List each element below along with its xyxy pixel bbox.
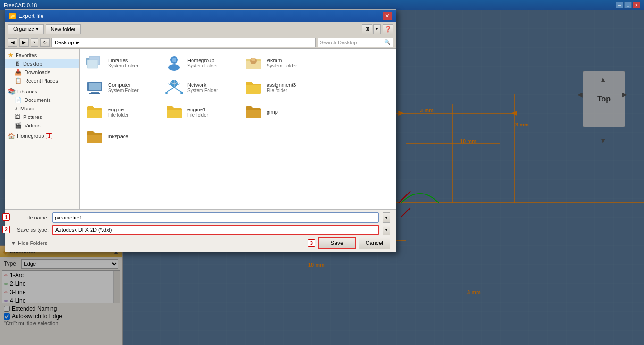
sidebar-item-documents[interactable]: 📄 Documents <box>5 96 79 104</box>
svg-rect-24 <box>89 83 101 90</box>
homegroup-badge: 1 <box>46 133 52 139</box>
file-grid: Libraries System Folder Homegroup <box>84 52 392 147</box>
view-dropdown-btn[interactable]: ▾ <box>373 24 381 34</box>
file-item-computer[interactable]: Computer System Folder <box>84 77 159 98</box>
vikram-info: vikram System Folder <box>267 58 316 68</box>
filename-dropdown[interactable]: ▾ <box>383 212 390 223</box>
network-name: Network <box>187 82 236 88</box>
recent-icon: 📋 <box>15 77 22 84</box>
libraries-folder-icon <box>85 54 104 71</box>
nav-location-text: Desktop ► <box>55 40 80 45</box>
downloads-icon: 📥 <box>15 69 22 76</box>
svg-line-29 <box>167 87 174 92</box>
footer-buttons: ▼ Hide Folders 3 Save Cancel <box>11 237 390 249</box>
dialog-icon: 📁 <box>9 13 16 19</box>
file-item-gimp[interactable]: gimp <box>242 101 318 122</box>
dialog-footer: 1 File name: ▾ 2 Save as type: ▾ ▼ Hide … <box>5 209 396 252</box>
assignment3-name: assignment3 <box>267 82 316 88</box>
savetype-dropdown[interactable]: ▾ <box>383 225 390 235</box>
desktop-icon: 🖥 <box>15 60 20 67</box>
engine1-folder-icon <box>165 103 184 120</box>
sidebar-item-recent[interactable]: 📋 Recent Places <box>5 76 79 85</box>
homegroup-header[interactable]: 🏠 Homegroup 1 <box>5 132 79 140</box>
nav-location-bar[interactable]: Desktop ► <box>51 38 316 47</box>
computer-name: Computer <box>108 82 157 88</box>
organize-btn[interactable]: Organize ▾ <box>8 24 44 34</box>
favorites-section: ★ Favorites 🖥 Desktop 📥 Downloads 📋 Rece… <box>5 50 79 85</box>
file-item-assignment3[interactable]: assignment3 File folder <box>242 77 318 98</box>
svg-line-30 <box>174 87 182 92</box>
dialog-close-btn[interactable]: ✕ <box>383 12 392 20</box>
new-folder-btn[interactable]: New folder <box>46 24 81 34</box>
view-icon-btn[interactable]: ⊞ <box>362 24 372 34</box>
file-item-vikram[interactable]: vikram System Folder <box>242 52 318 73</box>
dialog-title-left: 📁 Export file <box>9 13 43 19</box>
dialog-filelist[interactable]: Libraries System Folder Homegroup <box>80 49 396 209</box>
minimize-btn[interactable]: ─ <box>616 2 623 8</box>
nav-forward-btn[interactable]: ▶ <box>19 38 29 47</box>
file-item-network[interactable]: Network System Folder <box>163 77 238 98</box>
savetype-input[interactable] <box>52 225 379 235</box>
step1-badge: 1 <box>2 213 10 221</box>
assignment3-type: File folder <box>267 88 316 93</box>
hide-folders-btn[interactable]: ▼ Hide Folders <box>11 240 47 246</box>
dialog-nav-row: ◀ ▶ ▾ ↻ Desktop ► Search Desktop 🔍 <box>5 36 396 49</box>
step2-badge: 2 <box>2 226 10 233</box>
close-btn[interactable]: ✕ <box>633 2 640 8</box>
sidebar-recent-label: Recent Places <box>25 78 58 84</box>
engine-type: File folder <box>108 112 157 118</box>
file-item-libraries[interactable]: Libraries System Folder <box>84 52 159 73</box>
homegroup-name: Homegroup <box>187 58 236 63</box>
cancel-button[interactable]: Cancel <box>359 237 390 249</box>
computer-info: Computer System Folder <box>108 82 157 93</box>
save-button[interactable]: Save <box>318 237 355 249</box>
inkspace-name: inkspace <box>108 134 157 139</box>
svg-rect-15 <box>87 60 98 68</box>
new-folder-label: New folder <box>51 26 76 32</box>
sidebar-item-videos[interactable]: 🎬 Videos <box>5 121 79 130</box>
homegroup-info: Homegroup System Folder <box>187 58 236 68</box>
nav-refresh-btn[interactable]: ↻ <box>40 38 50 47</box>
titlebar-buttons: ─ □ ✕ <box>616 2 640 8</box>
engine-info: engine File folder <box>108 107 157 118</box>
dialog-icon-char: 📁 <box>10 14 15 18</box>
svg-rect-25 <box>91 92 99 93</box>
file-item-inkspace[interactable]: inkspace <box>84 126 159 147</box>
svg-point-18 <box>172 58 176 62</box>
maximize-btn[interactable]: □ <box>624 2 632 8</box>
gimp-folder-icon <box>244 103 263 120</box>
dialog-title-text: Export file <box>18 13 43 19</box>
favorites-header[interactable]: ★ Favorites <box>5 50 79 59</box>
sidebar-item-downloads[interactable]: 📥 Downloads <box>5 68 79 76</box>
assignment3-info: assignment3 File folder <box>267 82 316 93</box>
filename-input[interactable] <box>52 212 379 223</box>
favorites-label: Favorites <box>16 52 37 58</box>
documents-icon: 📄 <box>15 97 22 103</box>
view-options: ⊞ ▾ <box>362 24 381 34</box>
libraries-type: System Folder <box>108 63 157 68</box>
nav-dropdown-btn[interactable]: ▾ <box>31 38 38 47</box>
file-item-engine[interactable]: engine File folder <box>84 101 159 122</box>
nav-back-btn[interactable]: ◀ <box>8 38 17 47</box>
dialog-sidebar: ★ Favorites 🖥 Desktop 📥 Downloads 📋 Rece… <box>5 49 80 209</box>
help-btn[interactable]: ❓ <box>383 24 393 34</box>
sidebar-item-pictures[interactable]: 🖼 Pictures <box>5 113 79 121</box>
svg-point-31 <box>165 92 168 94</box>
organize-label: Organize ▾ <box>13 26 39 32</box>
engine1-type: File folder <box>187 112 236 118</box>
nav-location-name: Desktop <box>55 40 74 45</box>
file-item-engine1[interactable]: engine1 File folder <box>163 101 238 122</box>
file-item-homegroup[interactable]: Homegroup System Folder <box>163 52 238 73</box>
engine1-info: engine1 File folder <box>187 107 236 118</box>
inkspace-folder-icon <box>85 128 104 145</box>
search-placeholder-text: Search Desktop <box>320 40 357 45</box>
sidebar-item-music[interactable]: ♪ Music <box>5 104 79 113</box>
homegroup-folder-icon <box>165 54 184 71</box>
sidebar-item-desktop[interactable]: 🖥 Desktop <box>5 59 79 68</box>
assignment3-folder-icon <box>244 79 263 96</box>
network-icon-folder <box>165 79 184 96</box>
engine-folder-icon <box>85 103 104 120</box>
network-info: Network System Folder <box>187 82 236 93</box>
nav-search-bar[interactable]: Search Desktop 🔍 <box>318 38 393 47</box>
libraries-header[interactable]: 📚 Libraries <box>5 87 79 96</box>
